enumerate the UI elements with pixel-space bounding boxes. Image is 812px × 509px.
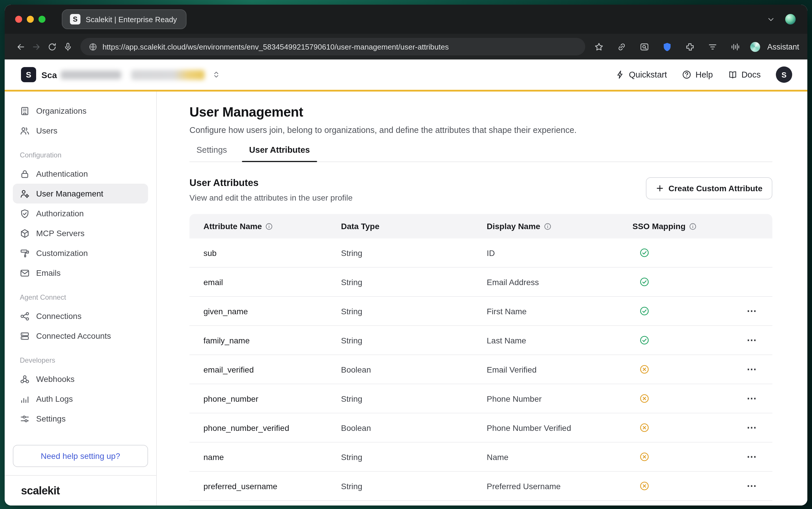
row-menu-button[interactable]: ⋯ bbox=[743, 390, 761, 407]
row-menu-button[interactable]: ⋯ bbox=[743, 332, 761, 349]
display-name-cell: Preferred Username bbox=[487, 481, 632, 490]
row-menu-button[interactable]: ⋯ bbox=[743, 361, 761, 378]
quickstart-button[interactable]: Quickstart bbox=[615, 70, 667, 79]
row-menu-button[interactable]: ⋯ bbox=[743, 448, 761, 466]
display-name-cell: Phone Number bbox=[487, 394, 632, 403]
data-type-cell: String bbox=[341, 481, 487, 490]
sidebar-item-webhooks[interactable]: Webhooks bbox=[13, 369, 148, 389]
need-help-button[interactable]: Need help setting up? bbox=[13, 445, 148, 467]
redacted-environment-badge bbox=[131, 70, 204, 79]
row-menu-button[interactable]: ⋯ bbox=[743, 477, 761, 495]
minimize-window-button[interactable] bbox=[27, 16, 34, 23]
sidebar-section-agent-connect: Agent Connect bbox=[5, 283, 156, 306]
sidebar-item-label: MCP Servers bbox=[36, 229, 84, 238]
browser-toolbar: https://app.scalekit.cloud/ws/environmen… bbox=[5, 34, 807, 60]
sidebar-item-users[interactable]: Users bbox=[13, 121, 148, 140]
tab-user-attributes[interactable]: User Attributes bbox=[242, 145, 317, 162]
display-name-cell: Email Verified bbox=[487, 365, 632, 374]
desktop-wallpaper: S Scalekit | Enterprise Ready A bbox=[0, 0, 812, 509]
table-row: preferred_username String Preferred User… bbox=[189, 472, 772, 501]
filter-list-icon[interactable] bbox=[705, 39, 720, 55]
chart-bars-icon bbox=[20, 394, 30, 404]
reload-button[interactable] bbox=[44, 39, 60, 55]
sidebar-item-auth-logs[interactable]: Auth Logs bbox=[13, 389, 148, 409]
sidebar-item-mcp-servers[interactable]: MCP Servers bbox=[13, 223, 148, 243]
help-circle-icon bbox=[682, 70, 691, 79]
sso-mapping-cell bbox=[632, 481, 720, 491]
display-name-cell: Last Name bbox=[487, 336, 632, 345]
table-row: sub String ID bbox=[189, 238, 772, 268]
help-button[interactable]: Help bbox=[682, 70, 713, 79]
find-in-page-icon[interactable] bbox=[637, 39, 652, 55]
attribute-name-cell: family_name bbox=[189, 336, 341, 345]
assistant-label[interactable]: Assistant bbox=[767, 42, 799, 51]
brush-icon bbox=[20, 248, 30, 258]
row-menu-button[interactable]: ⋯ bbox=[743, 419, 761, 436]
sidebar-item-user-management[interactable]: User Management bbox=[13, 184, 148, 203]
browser-tabstrip: S Scalekit | Enterprise Ready A bbox=[5, 5, 807, 34]
section-subtitle: View and edit the attributes in the user… bbox=[189, 193, 353, 202]
user-avatar[interactable]: S bbox=[776, 66, 792, 83]
shield-extension-icon[interactable] bbox=[659, 39, 675, 55]
sso-mapping-cell bbox=[632, 394, 720, 404]
data-type-cell: String bbox=[341, 452, 487, 462]
bookmark-star-icon[interactable] bbox=[591, 39, 607, 55]
attribute-name-cell: email bbox=[189, 277, 341, 286]
copy-link-icon[interactable] bbox=[614, 39, 630, 55]
row-menu-button[interactable]: ⋯ bbox=[743, 302, 761, 320]
microphone-button[interactable] bbox=[60, 39, 76, 55]
extensions-puzzle-icon[interactable] bbox=[682, 39, 698, 55]
assistant-logo-icon[interactable] bbox=[750, 42, 760, 52]
forward-button[interactable] bbox=[29, 39, 44, 55]
section-title: User Attributes bbox=[189, 177, 353, 188]
circle-x-icon bbox=[639, 394, 649, 404]
column-header-data-type: Data Type bbox=[341, 222, 487, 231]
sso-mapping-cell bbox=[632, 364, 720, 374]
create-custom-attribute-button[interactable]: Create Custom Attribute bbox=[645, 177, 772, 199]
circle-x-icon bbox=[639, 423, 649, 433]
browser-tab[interactable]: S Scalekit | Enterprise Ready A bbox=[62, 9, 186, 29]
zoom-window-button[interactable] bbox=[38, 16, 45, 23]
close-window-button[interactable] bbox=[15, 16, 22, 23]
sidebar-item-emails[interactable]: Emails bbox=[13, 263, 148, 283]
info-icon[interactable] bbox=[689, 223, 697, 230]
browser-profile-icon[interactable] bbox=[785, 14, 796, 25]
sidebar-item-label: Webhooks bbox=[36, 374, 75, 384]
sidebar-item-organizations[interactable]: Organizations bbox=[13, 101, 148, 121]
sidebar-item-settings[interactable]: Settings bbox=[13, 409, 148, 429]
app-page: S Sca Quickstart Help bbox=[5, 60, 807, 506]
sidebar-item-customization[interactable]: Customization bbox=[13, 243, 148, 263]
sidebar-item-label: User Management bbox=[36, 189, 103, 198]
tab-search-chevron-icon[interactable] bbox=[767, 15, 775, 24]
column-header-sso-mapping: SSO Mapping bbox=[632, 222, 720, 231]
tab-title: Scalekit | Enterprise Ready A bbox=[86, 15, 178, 24]
address-bar[interactable]: https://app.scalekit.cloud/ws/environmen… bbox=[80, 38, 586, 56]
building-icon bbox=[20, 106, 30, 116]
info-icon[interactable] bbox=[266, 223, 273, 230]
scalekit-logo: S bbox=[21, 67, 36, 82]
back-button[interactable] bbox=[13, 39, 29, 55]
table-row: email_verified Boolean Email Verified ⋯ bbox=[189, 355, 772, 384]
redacted-workspace-name bbox=[60, 70, 121, 79]
sidebar-section-configuration: Configuration bbox=[5, 140, 156, 164]
circle-x-icon bbox=[639, 452, 649, 462]
display-name-cell: Email Address bbox=[487, 277, 632, 286]
plus-icon bbox=[656, 184, 664, 193]
sidebar-item-connected-accounts[interactable]: Connected Accounts bbox=[13, 326, 148, 346]
workspace-switcher[interactable]: S Sca bbox=[21, 67, 220, 82]
sidebar-item-authentication[interactable]: Authentication bbox=[13, 164, 148, 184]
waveform-icon[interactable] bbox=[728, 39, 743, 55]
data-type-cell: String bbox=[341, 394, 487, 403]
book-icon bbox=[728, 70, 737, 79]
sidebar-item-label: Auth Logs bbox=[36, 394, 73, 404]
docs-button[interactable]: Docs bbox=[728, 70, 761, 79]
data-type-cell: Boolean bbox=[341, 365, 487, 374]
tab-favicon: S bbox=[70, 14, 80, 25]
sidebar-item-authorization[interactable]: Authorization bbox=[13, 203, 148, 223]
tab-settings[interactable]: Settings bbox=[189, 145, 234, 162]
main-content: User Management Configure how users join… bbox=[157, 92, 807, 506]
info-icon[interactable] bbox=[544, 223, 552, 230]
sidebar-item-label: Connected Accounts bbox=[36, 331, 111, 340]
circle-check-icon bbox=[639, 306, 649, 316]
sidebar-item-connections[interactable]: Connections bbox=[13, 306, 148, 326]
